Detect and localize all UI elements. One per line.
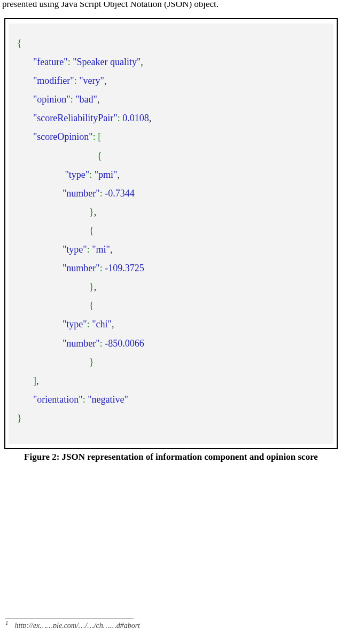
footnote: 1http://ex……ple.com/…/…/ch……d#abort: [2, 619, 340, 628]
key-number3: "number": [63, 338, 100, 349]
figure-container: {"feature": "Speaker quality","modifier"…: [4, 18, 338, 449]
key-orientation: "orientation": [33, 394, 83, 405]
brace-open-item3: {: [89, 300, 94, 311]
brace-open-item2: {: [89, 225, 94, 236]
val-type-mi: "mi": [92, 244, 110, 255]
val-num-pmi: -0.7344: [105, 188, 135, 199]
val-num-chi: -850.0066: [105, 338, 144, 349]
brace-open-item1: {: [97, 151, 102, 161]
footnote-rule: [5, 618, 134, 618]
val-type-pmi: "pmi": [95, 169, 118, 180]
brace-open: {: [17, 38, 22, 49]
val-num-mi: -109.3725: [105, 263, 144, 273]
val-modifier: "very": [79, 75, 104, 86]
brace-close: }: [17, 413, 22, 423]
footnote-marker: 1: [5, 619, 9, 626]
key-type3: "type": [63, 319, 87, 329]
footnote-text: http://ex……ple.com/…/…/ch……d#abort: [15, 622, 141, 628]
json-code-block: {"feature": "Speaker quality","modifier"…: [9, 23, 333, 444]
val-feature: "Speaker quality": [73, 57, 141, 67]
key-scoreopinion: "scoreOpinion": [33, 131, 93, 142]
key-type1: "type": [65, 169, 90, 180]
key-scorereliability: "scoreReliabilityPair": [33, 113, 118, 123]
key-number2: "number": [63, 263, 100, 273]
val-opinion: "bad": [75, 94, 97, 105]
val-scorereliability: 0.0108: [122, 113, 149, 123]
brace-close-item3: }: [89, 357, 94, 367]
figure-caption: Figure 2: JSON representation of informa…: [4, 451, 338, 463]
key-type2: "type": [63, 244, 87, 255]
key-opinion: "opinion": [33, 94, 71, 105]
bracket-open: [: [98, 131, 101, 142]
key-number1: "number": [63, 188, 100, 199]
brace-close-item2: }: [89, 281, 94, 292]
key-modifier: "modifier": [33, 75, 74, 86]
key-feature: "feature": [33, 57, 68, 67]
header-fragment: presented using Java Script Object Notat…: [2, 2, 219, 10]
val-orientation: "negative": [88, 394, 128, 405]
val-type-chi: "chi": [92, 319, 112, 329]
brace-close-item1: }: [89, 207, 94, 217]
cropped-header-text: presented using Java Script Object Notat…: [2, 2, 340, 12]
